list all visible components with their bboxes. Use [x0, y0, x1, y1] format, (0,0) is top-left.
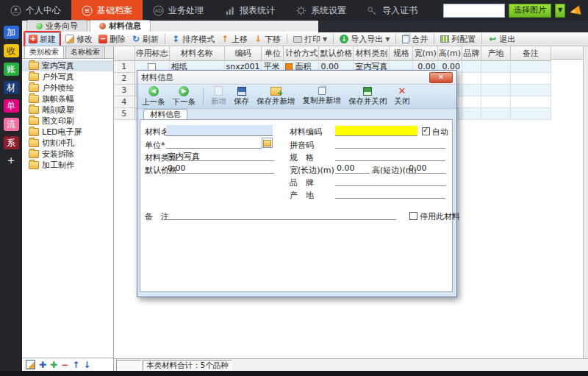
grid-cell[interactable] — [462, 73, 481, 85]
height-input[interactable]: 0.00 — [407, 163, 445, 174]
delete-button[interactable]: −删除 — [96, 33, 129, 46]
column-header[interactable]: 备注 — [511, 46, 551, 61]
dialog-tab-material-info[interactable]: 材料信息 — [143, 109, 187, 119]
vertical-scrollbar[interactable] — [583, 46, 588, 358]
close-icon[interactable]: ✕ — [429, 72, 453, 83]
column-header[interactable]: 品牌 — [462, 46, 481, 61]
grid-cell[interactable] — [481, 73, 511, 85]
rail-item-xi[interactable]: 系 — [4, 136, 19, 149]
tab-category-search[interactable]: 类别检索 — [24, 46, 64, 58]
column-header[interactable]: 产地 — [481, 46, 511, 61]
close-button[interactable]: ✕关闭 — [395, 86, 410, 107]
sort-mode-button[interactable]: ↕排序模式 — [168, 33, 218, 46]
column-header[interactable]: 宽(m) — [413, 46, 437, 61]
grid-cell[interactable] — [481, 85, 511, 96]
merge-button[interactable]: 合并 — [399, 33, 431, 46]
rail-item-cai[interactable]: 材 — [4, 81, 19, 94]
tree-item[interactable]: 旗帜条幅 — [22, 93, 113, 104]
tree-item[interactable]: 户外喷绘 — [22, 82, 113, 93]
next-record-button[interactable]: ▶下一条 — [173, 86, 196, 107]
tab-material-info[interactable]: 材料信息 — [90, 20, 151, 32]
rail-item-shou[interactable]: 收 — [4, 44, 19, 57]
grid-cell[interactable] — [511, 96, 551, 108]
save-and-new-button[interactable]: 保存并新增 — [257, 87, 295, 107]
dialog-titlebar[interactable]: 材料信息 ✕ — [137, 71, 456, 85]
column-header[interactable]: 材料类别 — [354, 46, 390, 61]
rail-item-dan[interactable]: 单 — [4, 99, 19, 113]
image-search-input[interactable] — [443, 4, 505, 18]
rail-item-zhang[interactable]: 账 — [4, 63, 19, 76]
edit-button[interactable]: 修改 — [62, 33, 96, 46]
nav-report-statistics[interactable]: 报表统计 — [214, 0, 285, 21]
tree-item[interactable]: 图文印刷 — [22, 116, 113, 127]
refresh-button[interactable]: ↻刷新 — [129, 33, 162, 46]
nav-system-settings[interactable]: 系统设置 — [285, 0, 356, 21]
brand-input[interactable] — [335, 176, 445, 186]
column-header[interactable]: 计价方式 — [284, 46, 319, 61]
origin-input[interactable] — [335, 188, 445, 199]
move-node-up-icon[interactable]: ↑ — [72, 361, 79, 369]
move-up-button[interactable]: ↑上移 — [218, 33, 251, 46]
checkbox-checked-icon[interactable] — [422, 127, 430, 135]
exit-button[interactable]: ↩退出 — [485, 33, 518, 46]
add-node-icon[interactable]: ✚ — [39, 361, 46, 369]
nav-personal-center[interactable]: 个人中心 — [0, 0, 71, 21]
print-button[interactable]: 打印▼ — [290, 33, 330, 46]
material-code-input[interactable] — [335, 126, 417, 136]
spec-input[interactable] — [335, 151, 445, 161]
tree-item[interactable]: 雕刻吸塑 — [22, 104, 113, 116]
save-button[interactable]: 保存 — [234, 87, 249, 107]
pinyin-input[interactable] — [335, 138, 445, 149]
grid-cell[interactable] — [511, 73, 551, 85]
origin-cell[interactable] — [481, 61, 511, 73]
column-config-button[interactable]: 列配置 — [437, 33, 478, 46]
auto-checkbox[interactable]: 自动 — [422, 127, 448, 138]
move-node-down-icon[interactable]: ↓ — [83, 361, 90, 369]
grid-cell[interactable] — [462, 85, 481, 96]
save-and-close-button[interactable]: 保存并关闭 — [348, 87, 387, 107]
nav-basic-archives[interactable]: 基础档案 — [71, 0, 143, 21]
grid-cell[interactable] — [462, 96, 481, 108]
column-header[interactable]: 规格 — [390, 46, 413, 61]
unit-picker-button[interactable] — [262, 138, 273, 148]
tab-business-wizard[interactable]: 业务向导 — [26, 20, 87, 32]
prev-record-button[interactable]: ◀上一条 — [142, 86, 165, 107]
tree-item[interactable]: 切割冲孔 — [22, 138, 113, 149]
column-header[interactable]: 高(m) — [437, 46, 462, 61]
grid-cell[interactable] — [511, 108, 551, 120]
column-header[interactable]: 停用标志 — [135, 46, 169, 61]
add-record-button[interactable]: 新增 — [211, 86, 226, 107]
column-header[interactable]: 编码 — [224, 46, 262, 61]
width-input[interactable]: 0.00 — [335, 163, 370, 174]
column-header[interactable]: 材料名称 — [169, 46, 224, 61]
add-child-node-icon[interactable]: ✚ — [50, 361, 57, 369]
copy-and-new-button[interactable]: 复制并新增 — [303, 87, 342, 106]
tree-item[interactable]: 安装拆除 — [22, 149, 113, 160]
column-header[interactable]: 单位 — [262, 46, 284, 61]
grid-cell[interactable] — [481, 96, 511, 108]
checkbox-icon[interactable] — [409, 212, 417, 220]
grid-cell[interactable] — [481, 108, 511, 120]
disable-material-checkbox[interactable]: 停用此材料 — [409, 211, 460, 222]
brand-cell[interactable] — [462, 61, 481, 73]
nav-business-processing[interactable]: AD 业务处理 — [143, 0, 214, 21]
select-image-button[interactable]: 选择图片 — [509, 4, 551, 18]
grid-cell[interactable] — [511, 85, 551, 96]
move-down-button[interactable]: ↓下移 — [251, 33, 284, 46]
import-export-button[interactable]: ↓导入导出▼ — [337, 33, 392, 46]
tree-item[interactable]: 加工制作 — [22, 160, 113, 171]
rail-add-button[interactable]: ＋ — [4, 155, 19, 168]
tree-item[interactable]: 户外写真 — [22, 71, 113, 82]
rail-item-liu[interactable]: 流 — [4, 118, 19, 131]
unit-input[interactable] — [166, 138, 262, 149]
tree-item[interactable]: 室内写真 — [22, 60, 113, 71]
select-image-dropdown[interactable]: ▼ — [555, 4, 565, 18]
note-cell[interactable] — [511, 61, 551, 73]
remove-node-icon[interactable]: − — [61, 361, 68, 369]
category-input[interactable]: 室内写真 — [166, 151, 274, 161]
default-price-input[interactable]: 0.00 — [166, 163, 274, 174]
material-name-input[interactable] — [166, 125, 273, 136]
new-button[interactable]: +新建 — [25, 32, 60, 46]
grid-cell[interactable] — [462, 108, 481, 120]
rail-item-jia[interactable]: 加 — [4, 26, 19, 39]
